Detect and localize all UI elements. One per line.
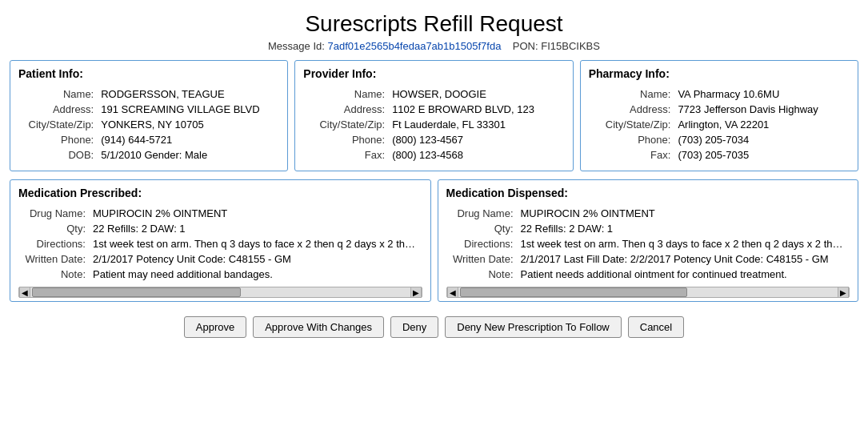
cancel-button[interactable]: Cancel xyxy=(628,316,684,338)
pharmacy-fax-label: Fax: xyxy=(589,147,676,163)
med-prescribed-note-label: Note: xyxy=(18,267,90,282)
actions-row: Approve Approve With Changes Deny Deny N… xyxy=(0,310,868,346)
deny-new-prescription-button[interactable]: Deny New Prescription To Follow xyxy=(445,316,622,338)
scroll-left-arrow[interactable]: ◀ xyxy=(447,287,458,298)
provider-phone-value: (800) 123-4567 xyxy=(390,132,565,147)
pon-label: PON: xyxy=(513,40,538,52)
patient-name-value: RODGERSSON, TEAGUE xyxy=(98,86,279,102)
message-id-link[interactable]: 7adf01e2565b4fedaa7ab1b1505f7fda xyxy=(327,40,501,52)
provider-info-title: Provider Info: xyxy=(303,67,564,80)
table-row: Phone: (914) 644-5721 xyxy=(18,132,279,147)
med-prescribed-qty-value: 22 Refills: 2 DAW: 1 xyxy=(90,221,422,236)
med-prescribed-note-value: Patient may need additional bandages. xyxy=(90,267,422,282)
med-dispensed-note-label: Note: xyxy=(446,267,518,282)
med-dispensed-directions-value: 1st week test on arm. Then q 3 days to f… xyxy=(518,236,850,251)
table-row: Phone: (703) 205-7034 xyxy=(589,132,850,147)
table-row: DOB: 5/1/2010 Gender: Male xyxy=(18,147,279,163)
pharmacy-fax-value: (703) 205-7035 xyxy=(675,147,850,163)
scroll-right-arrow[interactable]: ▶ xyxy=(410,287,422,298)
provider-city-label: City/State/Zip: xyxy=(303,117,390,132)
patient-dob-value: 5/1/2010 Gender: Male xyxy=(98,147,279,163)
med-prescribed-title: Medication Prescribed: xyxy=(18,187,422,199)
med-prescribed-drug-value: MUPIROCIN 2% OINTMENT xyxy=(90,206,422,221)
med-dispensed-drug-value: MUPIROCIN 2% OINTMENT xyxy=(518,206,850,221)
provider-name-value: HOWSER, DOOGIE xyxy=(390,86,565,102)
pharmacy-phone-value: (703) 205-7034 xyxy=(675,132,850,147)
table-row: Written Date: 2/1/2017 Potency Unit Code… xyxy=(18,251,422,267)
med-dispensed-card: Medication Dispensed: Drug Name: MUPIROC… xyxy=(438,179,859,302)
med-dispensed-scrollbar[interactable]: ◀ ▶ xyxy=(446,287,850,298)
table-row: Address: 191 SCREAMING VILLAGE BLVD xyxy=(18,102,279,117)
provider-fax-label: Fax: xyxy=(303,147,390,163)
med-dispensed-written-label: Written Date: xyxy=(446,251,518,267)
provider-info-card: Provider Info: Name: HOWSER, DOOGIE Addr… xyxy=(294,60,573,171)
table-row: Name: RODGERSSON, TEAGUE xyxy=(18,86,279,102)
scroll-track[interactable] xyxy=(458,287,838,298)
table-row: Qty: 22 Refills: 2 DAW: 1 xyxy=(18,221,422,236)
pharmacy-phone-label: Phone: xyxy=(589,132,676,147)
patient-address-value: 191 SCREAMING VILLAGE BLVD xyxy=(98,102,279,117)
table-row: Directions: 1st week test on arm. Then q… xyxy=(18,236,422,251)
scroll-thumb[interactable] xyxy=(460,287,688,297)
table-row: Directions: 1st week test on arm. Then q… xyxy=(446,236,850,251)
pharmacy-city-label: City/State/Zip: xyxy=(589,117,676,132)
message-line: Message Id: 7adf01e2565b4fedaa7ab1b1505f… xyxy=(0,40,868,52)
provider-phone-label: Phone: xyxy=(303,132,390,147)
med-dispensed-note-value: Patient needs additional ointment for co… xyxy=(518,267,850,282)
pharmacy-name-value: VA Pharmacy 10.6MU xyxy=(675,86,850,102)
med-dispensed-written-value: 2/1/2017 Last Fill Date: 2/2/2017 Potenc… xyxy=(518,251,850,267)
message-id-label: Message Id: xyxy=(268,40,325,52)
med-prescribed-card: Medication Prescribed: Drug Name: MUPIRO… xyxy=(10,179,431,302)
scroll-thumb[interactable] xyxy=(32,287,241,297)
med-dispensed-drug-label: Drug Name: xyxy=(446,206,518,221)
scroll-left-arrow[interactable]: ◀ xyxy=(19,287,30,298)
table-row: City/State/Zip: Arlington, VA 22201 xyxy=(589,117,850,132)
pharmacy-info-title: Pharmacy Info: xyxy=(589,67,850,80)
scroll-track[interactable] xyxy=(30,287,410,298)
med-prescribed-directions-value: 1st week test on arm. Then q 3 days to f… xyxy=(90,236,422,251)
table-row: Note: Patient may need additional bandag… xyxy=(18,267,422,282)
med-prescribed-qty-label: Qty: xyxy=(18,221,90,236)
med-prescribed-scrollbar[interactable]: ◀ ▶ xyxy=(18,287,422,298)
med-dispensed-table: Drug Name: MUPIROCIN 2% OINTMENT Qty: 22… xyxy=(446,206,850,282)
table-row: City/State/Zip: Ft Lauderdale, FL 33301 xyxy=(303,117,564,132)
patient-info-card: Patient Info: Name: RODGERSSON, TEAGUE A… xyxy=(10,60,288,171)
med-prescribed-drug-label: Drug Name: xyxy=(18,206,90,221)
approve-with-changes-button[interactable]: Approve With Changes xyxy=(253,316,384,338)
patient-address-label: Address: xyxy=(18,102,98,117)
table-row: Drug Name: MUPIROCIN 2% OINTMENT xyxy=(18,206,422,221)
pharmacy-info-card: Pharmacy Info: Name: VA Pharmacy 10.6MU … xyxy=(580,60,858,171)
patient-info-title: Patient Info: xyxy=(18,67,279,80)
provider-fax-value: (800) 123-4568 xyxy=(390,147,565,163)
table-row: Name: VA Pharmacy 10.6MU xyxy=(589,86,850,102)
med-dispensed-qty-label: Qty: xyxy=(446,221,518,236)
patient-phone-label: Phone: xyxy=(18,132,98,147)
table-row: Address: 1102 E BROWARD BLVD, 123 xyxy=(303,102,564,117)
pharmacy-address-value: 7723 Jefferson Davis Highway xyxy=(675,102,850,117)
pharmacy-address-label: Address: xyxy=(589,102,676,117)
med-prescribed-written-value: 2/1/2017 Potency Unit Code: C48155 - GM xyxy=(90,251,422,267)
table-row: Fax: (703) 205-7035 xyxy=(589,147,850,163)
provider-address-label: Address: xyxy=(303,102,390,117)
patient-dob-label: DOB: xyxy=(18,147,98,163)
patient-name-label: Name: xyxy=(18,86,98,102)
patient-phone-value: (914) 644-5721 xyxy=(98,132,279,147)
table-row: Phone: (800) 123-4567 xyxy=(303,132,564,147)
scroll-right-arrow[interactable]: ▶ xyxy=(838,287,849,298)
deny-button[interactable]: Deny xyxy=(390,316,438,338)
table-row: Qty: 22 Refills: 2 DAW: 1 xyxy=(446,221,850,236)
provider-info-table: Name: HOWSER, DOOGIE Address: 1102 E BRO… xyxy=(303,86,564,163)
pharmacy-name-label: Name: xyxy=(589,86,676,102)
med-prescribed-directions-label: Directions: xyxy=(18,236,90,251)
table-row: City/State/Zip: YONKERS, NY 10705 xyxy=(18,117,279,132)
table-row: Name: HOWSER, DOOGIE xyxy=(303,86,564,102)
table-row: Written Date: 2/1/2017 Last Fill Date: 2… xyxy=(446,251,850,267)
provider-name-label: Name: xyxy=(303,86,390,102)
provider-address-value: 1102 E BROWARD BLVD, 123 xyxy=(390,102,565,117)
table-row: Address: 7723 Jefferson Davis Highway xyxy=(589,102,850,117)
pharmacy-city-value: Arlington, VA 22201 xyxy=(675,117,850,132)
table-row: Fax: (800) 123-4568 xyxy=(303,147,564,163)
provider-city-value: Ft Lauderdale, FL 33301 xyxy=(390,117,565,132)
med-prescribed-written-label: Written Date: xyxy=(18,251,90,267)
approve-button[interactable]: Approve xyxy=(184,316,246,338)
